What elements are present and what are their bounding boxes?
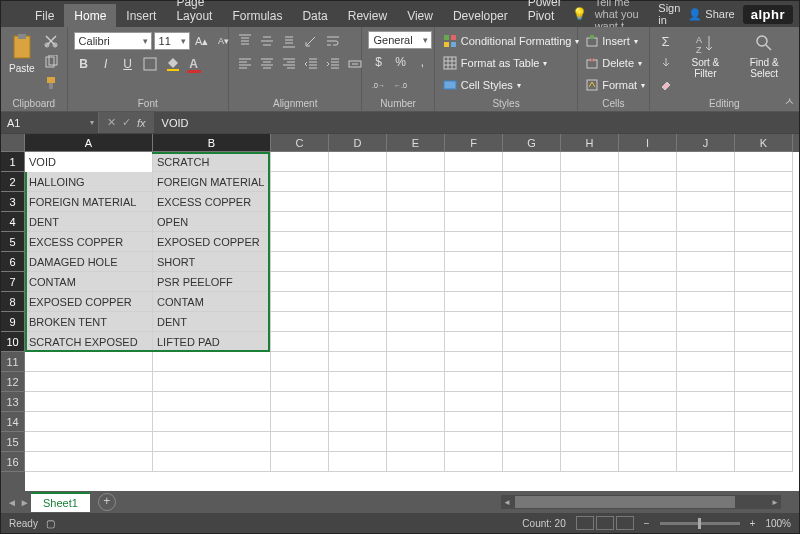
col-header-H[interactable]: H [561,134,619,152]
cell-E9[interactable] [387,312,445,332]
cell-E4[interactable] [387,212,445,232]
cell-I1[interactable] [619,152,677,172]
cell-C8[interactable] [271,292,329,312]
col-header-F[interactable]: F [445,134,503,152]
col-header-I[interactable]: I [619,134,677,152]
cell-F1[interactable] [445,152,503,172]
cell-J8[interactable] [677,292,735,312]
align-middle-button[interactable] [257,31,277,51]
cell-A12[interactable] [25,372,153,392]
zoom-in-button[interactable]: + [750,518,756,529]
cell-G7[interactable] [503,272,561,292]
collapse-ribbon-button[interactable]: ㅅ [784,94,795,109]
tab-file[interactable]: File [25,4,64,27]
cell-J11[interactable] [677,352,735,372]
cell-E7[interactable] [387,272,445,292]
cell-K13[interactable] [735,392,793,412]
format-as-table-button[interactable]: Format as Table▾ [441,53,550,73]
tab-home[interactable]: Home [64,4,116,27]
cell-F8[interactable] [445,292,503,312]
row-header-8[interactable]: 8 [1,292,25,312]
row-header-12[interactable]: 12 [1,372,25,392]
cell-B16[interactable] [153,452,271,472]
cell-G5[interactable] [503,232,561,252]
cell-A6[interactable]: DAMAGED HOLE [25,252,153,272]
cell-A9[interactable]: BROKEN TENT [25,312,153,332]
row-header-3[interactable]: 3 [1,192,25,212]
cell-C2[interactable] [271,172,329,192]
cell-D14[interactable] [329,412,387,432]
cell-J5[interactable] [677,232,735,252]
cell-B12[interactable] [153,372,271,392]
cell-H11[interactable] [561,352,619,372]
percent-button[interactable]: % [390,52,410,72]
horizontal-scrollbar[interactable]: ◄► [501,495,781,509]
cell-A2[interactable]: HALLOING [25,172,153,192]
cell-E6[interactable] [387,252,445,272]
row-header-9[interactable]: 9 [1,312,25,332]
cell-C6[interactable] [271,252,329,272]
cell-C16[interactable] [271,452,329,472]
cell-A10[interactable]: SCRATCH EXPOSED [25,332,153,352]
cell-F3[interactable] [445,192,503,212]
cell-D8[interactable] [329,292,387,312]
decrease-indent-button[interactable] [301,54,321,74]
cell-E3[interactable] [387,192,445,212]
cell-J10[interactable] [677,332,735,352]
cell-G9[interactable] [503,312,561,332]
cell-A5[interactable]: EXCESS COPPER [25,232,153,252]
cell-G3[interactable] [503,192,561,212]
cell-D1[interactable] [329,152,387,172]
cell-I8[interactable] [619,292,677,312]
cell-F12[interactable] [445,372,503,392]
cell-K16[interactable] [735,452,793,472]
cell-F6[interactable] [445,252,503,272]
cell-B7[interactable]: PSR PEELOFF [153,272,271,292]
underline-button[interactable]: U [118,54,138,74]
number-format-combo[interactable]: General [368,31,432,49]
formula-input[interactable]: VOID [154,112,799,133]
cell-I5[interactable] [619,232,677,252]
currency-button[interactable]: $ [368,52,388,72]
cell-I12[interactable] [619,372,677,392]
cell-E2[interactable] [387,172,445,192]
cell-D10[interactable] [329,332,387,352]
cell-J6[interactable] [677,252,735,272]
cell-E15[interactable] [387,432,445,452]
cell-K12[interactable] [735,372,793,392]
cell-C11[interactable] [271,352,329,372]
cell-B4[interactable]: OPEN [153,212,271,232]
sheet-tab-1[interactable]: Sheet1 [31,492,90,512]
col-header-G[interactable]: G [503,134,561,152]
page-break-view-button[interactable] [616,516,634,530]
copy-button[interactable] [41,52,61,72]
zoom-slider[interactable] [660,522,740,525]
row-header-4[interactable]: 4 [1,212,25,232]
conditional-formatting-button[interactable]: Conditional Formatting▾ [441,31,582,51]
cell-G4[interactable] [503,212,561,232]
cut-button[interactable] [41,31,61,51]
cell-C1[interactable] [271,152,329,172]
cell-J12[interactable] [677,372,735,392]
cell-D15[interactable] [329,432,387,452]
cell-K4[interactable] [735,212,793,232]
cell-H6[interactable] [561,252,619,272]
decrease-decimal-button[interactable]: ←.0 [390,75,410,95]
cell-K11[interactable] [735,352,793,372]
cell-D12[interactable] [329,372,387,392]
cell-G14[interactable] [503,412,561,432]
view-buttons[interactable] [576,516,634,530]
find-select-button[interactable]: Find & Select [735,31,793,81]
name-box[interactable]: A1 [1,112,99,133]
cell-K15[interactable] [735,432,793,452]
cell-A13[interactable] [25,392,153,412]
comma-button[interactable]: , [412,52,432,72]
fill-color-button[interactable] [162,54,182,74]
cell-H3[interactable] [561,192,619,212]
cell-G6[interactable] [503,252,561,272]
cell-I7[interactable] [619,272,677,292]
cell-E12[interactable] [387,372,445,392]
cell-H9[interactable] [561,312,619,332]
cell-I2[interactable] [619,172,677,192]
cell-B15[interactable] [153,432,271,452]
